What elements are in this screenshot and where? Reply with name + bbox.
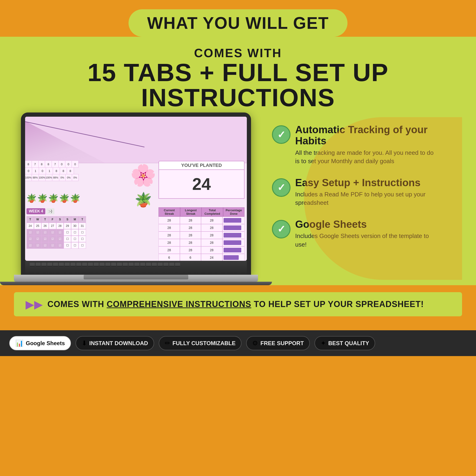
- check-icon-easy-setup: ✓: [272, 178, 290, 197]
- chart-area: [25, 117, 247, 163]
- checkbox-cell: ☐: [79, 229, 86, 236]
- keyboard-key: [105, 263, 110, 266]
- checkbox-cell: ☐: [64, 236, 71, 242]
- bar-fill: [224, 248, 241, 252]
- table-row: 100% 88% 100% 100% 88% 0% 0% 0%: [25, 174, 79, 181]
- checkbox-cell: ☑: [56, 242, 64, 249]
- bar-fill: [224, 225, 241, 230]
- grid-cell: 8: [45, 161, 52, 167]
- stats-header-row: Current Streak Longest Streak Total Comp…: [158, 207, 244, 217]
- stats-cell: 28: [158, 224, 180, 232]
- main-content: 8 7 8 8 7 0 0 0 0 1: [14, 117, 462, 285]
- grid-cell: 0: [59, 161, 65, 167]
- keyboard-key: [76, 263, 81, 266]
- keyboard-key: [158, 263, 163, 266]
- table-row: 28 28 28: [158, 246, 244, 254]
- feature-item-easy-setup: ✓ Easy Setup + Instructions Includes a R…: [272, 177, 439, 207]
- checkbox-cell: ☑: [27, 242, 34, 249]
- stats-cell: 28: [158, 246, 180, 254]
- feature-desc-google-sheets: Includes Google Sheets version of the te…: [295, 232, 439, 249]
- stats-bar-cell: [222, 239, 245, 246]
- grid-numbers: 8 7 8 8 7 0 0 0 0 1: [25, 161, 79, 181]
- comes-with-label: COMES WITH: [14, 46, 462, 60]
- badge-best-quality-label: BEST QUALITY: [328, 340, 369, 347]
- stats-bar-cell: [222, 217, 245, 224]
- laptop-base: [14, 275, 258, 282]
- grid-cell: 8: [53, 168, 60, 174]
- stats-table: Current Streak Longest Streak Total Comp…: [158, 207, 244, 261]
- pot-emoji: 🪴: [135, 192, 152, 207]
- pot-icon: 🪴: [70, 193, 80, 203]
- stats-cell: 28: [180, 232, 201, 239]
- laptop-keyboard: [25, 261, 247, 275]
- table-row: 28 28 28: [158, 232, 244, 239]
- keyboard-key: [140, 263, 145, 266]
- grid-cell: 0%: [72, 174, 79, 181]
- pot-icon: 🪴: [26, 193, 37, 203]
- checkbox-cell: ☑: [27, 229, 34, 236]
- tabs-title: 15 TABS + FULL SET UP INSTRUCTIONS: [14, 60, 462, 110]
- calendar-date: 24: [27, 223, 34, 229]
- calendar-day-header: S: [56, 216, 64, 223]
- pot-icon: 🪴: [59, 193, 69, 203]
- checkbox-cell: ☐: [71, 242, 79, 249]
- grid-cell: 8: [60, 168, 67, 174]
- arrows-icon: ▶▶: [26, 298, 43, 311]
- checkbox-cell: ☐: [79, 236, 86, 242]
- stats-header-cell: Longest Streak: [180, 207, 202, 217]
- features-panel: ✓ Automatic Tracking of your Habits All …: [258, 117, 448, 267]
- grid-cell: 88%: [52, 174, 59, 181]
- checkbox-cell: ☑: [56, 236, 64, 242]
- grid-cell: 0: [65, 161, 72, 167]
- planted-header: YOU'VE PLANTED: [158, 161, 244, 170]
- laptop-container: 8 7 8 8 7 0 0 0 0 1: [14, 113, 258, 285]
- keyboard-key: [163, 263, 169, 266]
- checkbox-cell: ☑: [34, 242, 41, 249]
- feature-desc-auto-tracking: All the tracking are made for you. All y…: [295, 149, 439, 166]
- calendar-day-header: M: [71, 216, 79, 223]
- laptop-trackpad: [84, 275, 188, 279]
- stats-cell: 28: [158, 217, 180, 224]
- grid-cell: 8: [25, 161, 32, 167]
- checkbox-cell: ☑: [34, 229, 41, 236]
- checkmark-icon: ✓: [277, 182, 285, 193]
- keyboard-key: [169, 263, 174, 266]
- stats-bar-cell: [222, 246, 245, 254]
- checkbox-cell: ☑: [49, 229, 56, 236]
- feature-title-auto-tracking: Automatic Tracking of your Habits: [295, 124, 439, 147]
- calendar-date: 29: [64, 223, 71, 229]
- badge-best-quality: ✦ BEST QUALITY: [314, 336, 375, 350]
- checkbox-cell: ☑: [27, 236, 34, 242]
- smiley-badge: :-): [46, 208, 54, 214]
- stats-header-cell: Percentage Done: [223, 207, 245, 217]
- calendar-day-header: T: [79, 216, 86, 223]
- keyboard-key: [123, 263, 128, 266]
- banner-suffix: TO HELP SET UP YOUR SPREADSHEET!: [251, 299, 424, 309]
- keyboard-key: [146, 263, 151, 266]
- calendar-day-header: T: [41, 216, 49, 223]
- grid-cell: 0: [25, 168, 32, 174]
- feature-item-auto-tracking: ✓ Automatic Tracking of your Habits All …: [272, 124, 439, 166]
- bar-fill: [224, 240, 241, 245]
- checkbox-cell: ☑: [41, 229, 49, 236]
- keyboard-key: [100, 263, 105, 266]
- table-row: 28 28 28: [158, 224, 244, 232]
- check-icon-google-sheets: ✓: [272, 220, 290, 238]
- support-icon: ⚙: [252, 339, 258, 347]
- keyboard-keys: [25, 261, 247, 268]
- table-row: 28 28 28: [158, 239, 244, 246]
- calendar-date: 26: [41, 223, 49, 229]
- badge-google-sheets: 📊 Google Sheets: [9, 336, 71, 350]
- stats-cell: 6: [180, 254, 201, 261]
- green-section: COMES WITH 15 TABS + FULL SET UP INSTRUC…: [0, 37, 476, 285]
- keyboard-key: [30, 263, 35, 266]
- keyboard-key: [129, 263, 134, 266]
- stats-cell: 28: [158, 232, 180, 239]
- grid-cell: 0%: [66, 174, 72, 181]
- table-row: 0 1 0 1 8 8 8: [25, 168, 79, 174]
- keyboard-key: [82, 263, 87, 266]
- check-circle: ✓: [272, 220, 290, 238]
- keyboard-key: [111, 263, 116, 266]
- table-row: 8 7 8 8 7 0 0 0: [25, 161, 79, 168]
- stats-cell: 28: [180, 217, 201, 224]
